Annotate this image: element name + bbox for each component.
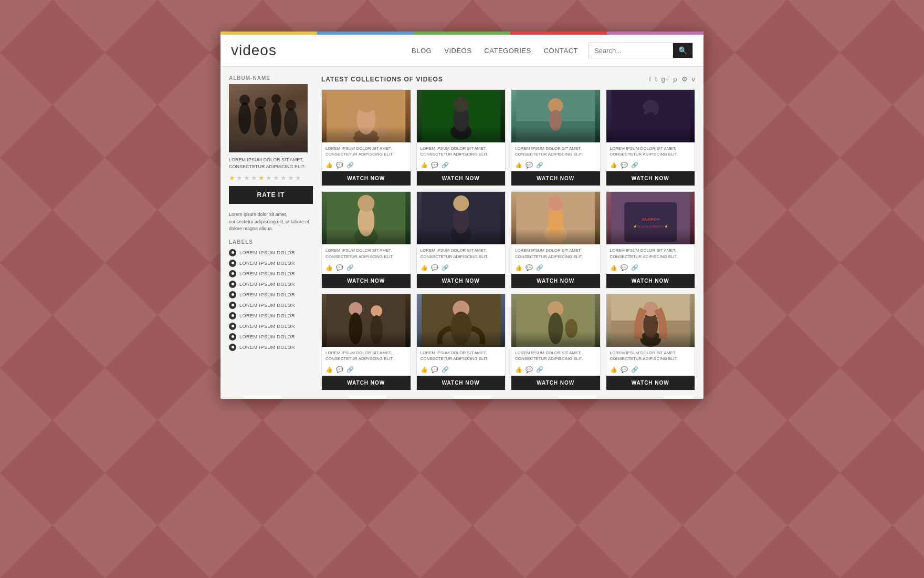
watch-now-button-11[interactable]: WATCH NOW [511,376,600,390]
share-icon-5[interactable]: 🔗 [346,264,354,271]
watch-now-button-6[interactable]: WATCH NOW [417,274,506,288]
label-item-9[interactable]: LOREM IPSUM DOLOR [229,344,313,351]
like-icon-12[interactable]: 👍 [610,366,617,373]
color-bar-segment-2 [317,32,414,35]
vimeo-icon[interactable]: v [692,75,696,83]
svg-text:ANARCH: ANARCH [641,217,659,222]
comment-icon-12[interactable]: 💬 [621,366,628,373]
like-icon-1[interactable]: 👍 [326,162,333,169]
like-icon-5[interactable]: 👍 [326,264,333,271]
like-icon-4[interactable]: 👍 [610,162,617,169]
search-button[interactable]: 🔍 [673,43,692,58]
twitter-icon[interactable]: t [655,75,657,83]
video-desc-12: LOREM IPSUM DOLOR SIT AMET, CONSECTETUR … [610,350,691,362]
share-icon-12[interactable]: 🔗 [631,366,638,373]
video-thumb-2 [417,90,506,142]
label-item-4[interactable]: LOREM IPSUM DOLOR [229,291,313,298]
svg-point-2 [239,95,250,105]
watch-now-button-7[interactable]: WATCH NOW [511,274,600,288]
comment-icon-4[interactable]: 💬 [621,162,628,169]
label-text-5: LOREM IPSUM DOLOR [239,303,295,308]
like-icon-7[interactable]: 👍 [515,264,522,271]
video-card-6: LOREM IPSUM DOLOR SIT AMET, CONSECTETUR … [416,191,506,288]
watch-now-button-9[interactable]: WATCH NOW [322,376,411,390]
like-icon-8[interactable]: 👍 [610,264,617,271]
like-icon-3[interactable]: 👍 [515,162,522,169]
watch-now-button-10[interactable]: WATCH NOW [417,376,506,390]
nav-videos[interactable]: VIDEOS [444,47,471,55]
label-dot-1 [229,260,236,267]
share-icon-10[interactable]: 🔗 [442,366,449,373]
comment-icon-11[interactable]: 💬 [526,366,533,373]
like-icon-9[interactable]: 👍 [326,366,333,373]
thumb-figure-9 [322,294,411,347]
nav-blog[interactable]: BLOG [412,47,432,55]
comment-icon-3[interactable]: 💬 [526,162,533,169]
video-info-12: LOREM IPSUM DOLOR SIT AMET, CONSECTETUR … [606,347,695,362]
settings-icon[interactable]: ⚙ [681,75,688,83]
search-input[interactable] [589,43,673,58]
comment-icon-7[interactable]: 💬 [526,264,533,271]
share-icon-7[interactable]: 🔗 [536,264,543,271]
comment-icon-9[interactable]: 💬 [336,366,343,373]
comment-icon-6[interactable]: 💬 [431,264,438,271]
facebook-icon[interactable]: f [649,75,651,83]
comment-icon-2[interactable]: 💬 [431,162,438,169]
rate-it-button[interactable]: RATE IT [229,186,313,204]
svg-point-12 [356,94,375,112]
comment-icon-8[interactable]: 💬 [621,264,628,271]
watch-now-button-3[interactable]: WATCH NOW [511,171,600,185]
comment-icon-1[interactable]: 💬 [336,162,343,169]
video-actions-6: 👍 💬 🔗 [417,262,506,274]
share-icon-11[interactable]: 🔗 [536,366,543,373]
thumb-figure-8: ANARCH⚡ BLACK SABBATH ⚡ [606,192,695,244]
like-icon-6[interactable]: 👍 [421,264,428,271]
label-item-8[interactable]: LOREM IPSUM DOLOR [229,333,313,340]
video-actions-9: 👍 💬 🔗 [322,364,411,376]
video-desc-6: LOREM IPSUM DOLOR SIT AMET, CONSECTETUR … [421,247,502,259]
like-icon-10[interactable]: 👍 [421,366,428,373]
share-icon-2[interactable]: 🔗 [442,162,449,169]
video-info-7: LOREM IPSUM DOLOR SIT AMET, CONSECTETUR … [511,244,600,259]
video-info-8: LOREM IPSUM DOLOR SIT AMET, CONSECTETUR … [606,244,695,259]
label-item-0[interactable]: LOREM IPSUM DOLOR [229,249,313,256]
label-item-5[interactable]: LOREM IPSUM DOLOR [229,302,313,309]
label-item-2[interactable]: LOREM IPSUM DOLOR [229,270,313,277]
video-thumb-11 [511,294,600,347]
site-header: videos BLOG VIDEOS CATEGORIES CONTACT 🔍 [220,35,704,67]
googleplus-icon[interactable]: g+ [661,75,669,83]
watch-now-button-4[interactable]: WATCH NOW [606,171,695,185]
share-icon-8[interactable]: 🔗 [631,264,638,271]
like-icon-11[interactable]: 👍 [515,366,522,373]
comment-icon-10[interactable]: 💬 [431,366,438,373]
svg-point-15 [450,124,471,140]
label-item-3[interactable]: LOREM IPSUM DOLOR [229,281,313,288]
like-icon-2[interactable]: 👍 [421,162,428,169]
share-icon-1[interactable]: 🔗 [346,162,354,169]
share-icon-6[interactable]: 🔗 [442,264,449,271]
pinterest-icon[interactable]: p [673,75,677,83]
svg-text:⚡ BLACK SABBATH ⚡: ⚡ BLACK SABBATH ⚡ [633,224,668,229]
watch-now-button-8[interactable]: WATCH NOW [606,274,695,288]
label-item-6[interactable]: LOREM IPSUM DOLOR [229,312,313,319]
video-card-2: LOREM IPSUM DOLOR SIT AMET, CONSECTETUR … [416,89,506,186]
share-icon-4[interactable]: 🔗 [631,162,638,169]
video-info-5: LOREM IPSUM DOLOR SIT AMET, CONSECTETUR … [322,244,411,259]
video-actions-5: 👍 💬 🔗 [322,262,411,274]
star-5: ★ [258,174,265,182]
comment-icon-5[interactable]: 💬 [336,264,343,271]
nav-categories[interactable]: CATEGORIES [484,47,531,55]
label-item-1[interactable]: LOREM IPSUM DOLOR [229,260,313,267]
watch-now-button-5[interactable]: WATCH NOW [322,274,411,288]
nav-contact[interactable]: CONTACT [544,47,578,55]
watch-now-button-1[interactable]: WATCH NOW [322,171,411,185]
share-icon-9[interactable]: 🔗 [346,366,354,373]
video-actions-4: 👍 💬 🔗 [606,160,695,171]
label-text-3: LOREM IPSUM DOLOR [239,282,295,287]
album-description: LOREM IPSUM DOLOR SIT AMET, CONSECTETUR … [229,157,313,170]
share-icon-3[interactable]: 🔗 [536,162,543,169]
label-item-7[interactable]: LOREM IPSUM DOLOR [229,323,313,330]
watch-now-button-2[interactable]: WATCH NOW [417,171,506,185]
video-actions-12: 👍 💬 🔗 [606,364,695,376]
watch-now-button-12[interactable]: WATCH NOW [606,376,695,390]
